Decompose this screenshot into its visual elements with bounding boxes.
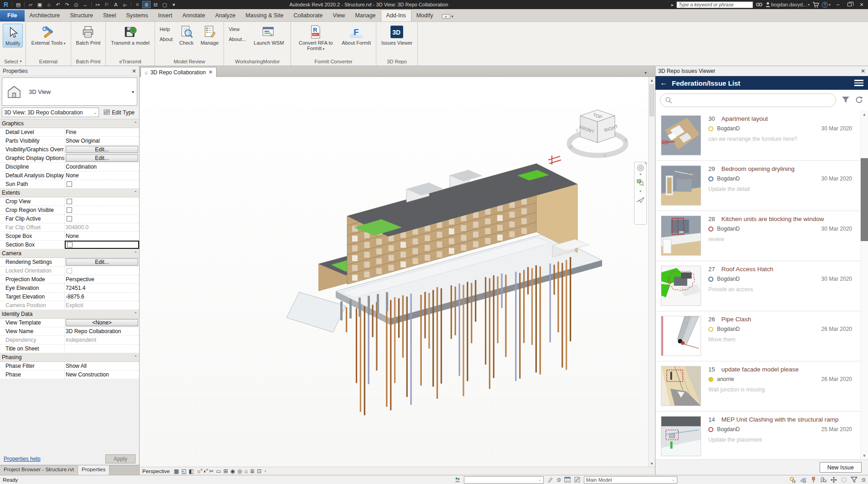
view-tab[interactable]: ⌂ 3D Repo Collaboration ✕ [140, 67, 217, 77]
help-button[interactable]: Help [160, 26, 173, 32]
issues-viewer-button[interactable]: 3DIssues Viewer [379, 24, 415, 46]
design-option-select[interactable]: Main Model⌄ [584, 476, 677, 484]
panel-label[interactable]: External [26, 57, 70, 66]
minimize-button[interactable]: – [833, 1, 842, 8]
property-value[interactable]: Edit... [65, 145, 139, 154]
about-formit-button[interactable]: FAbout FormIt [339, 24, 373, 46]
check-button[interactable]: Check [177, 24, 197, 46]
issue-thumbnail[interactable] [661, 165, 701, 206]
property-value[interactable]: None [65, 232, 139, 240]
checkbox[interactable] [67, 181, 72, 187]
panel-label[interactable]: 3D Repo [376, 57, 417, 66]
tab-structure[interactable]: Structure [65, 10, 98, 21]
batch-print-button[interactable]: Batch Print [74, 24, 103, 46]
panel-label[interactable]: FormIt Converter [291, 57, 376, 66]
tab-architecture[interactable]: Architecture [25, 10, 65, 21]
property-value[interactable]: Perspective [65, 275, 139, 283]
tab-file[interactable]: File [0, 10, 25, 21]
section-header-phasing[interactable]: Phasing⌃ [0, 353, 139, 362]
edit-type-button[interactable]: Edit Type [101, 108, 137, 117]
section-header-extents[interactable]: Extents⌃ [0, 189, 139, 197]
panel-label[interactable]: WorksharingMonitor [224, 57, 291, 66]
property-value[interactable] [65, 180, 139, 188]
property-value[interactable]: Edit... [65, 154, 139, 162]
property-value[interactable]: <None> [65, 319, 139, 327]
issue-thumbnail[interactable] [661, 416, 701, 456]
scrollbar-thumb[interactable] [650, 84, 654, 116]
section-header-camera[interactable]: Camera⌃ [0, 249, 139, 258]
tab-analyze[interactable]: Analyze [210, 10, 240, 21]
select-by-face-icon[interactable] [820, 477, 827, 483]
thin-lines-icon[interactable]: ≣ [142, 1, 151, 8]
default-3d-view-icon[interactable]: ⥢ [121, 1, 129, 8]
property-value[interactable]: Edit... [65, 258, 139, 266]
undo-icon[interactable]: ↶ [54, 1, 62, 8]
chevron-down-icon[interactable]: ▾ [639, 171, 641, 178]
background-processes-icon[interactable] [841, 477, 847, 483]
worksharing-display-icon[interactable]: ◎ [237, 468, 242, 474]
panel-label[interactable]: Batch Print [71, 57, 106, 66]
property-value[interactable]: 72451.4 [65, 284, 139, 292]
tab-view[interactable]: View [328, 10, 350, 21]
open-icon[interactable]: ▱ [26, 1, 35, 8]
crop-region-icon[interactable]: ▭ [216, 468, 221, 474]
ribbon-display-toggle-icon[interactable]: ▴▾ [442, 14, 454, 19]
property-value[interactable] [65, 197, 139, 206]
drag-elements-icon[interactable] [831, 477, 837, 483]
issue-thumbnail[interactable] [661, 216, 701, 256]
property-value[interactable]: -8875.6 [65, 293, 139, 301]
reveal-constraints-icon[interactable]: ⊡ [257, 468, 261, 474]
tab-systems[interactable]: Systems [121, 10, 153, 21]
issue-item-29[interactable]: 29Bedroom opening dryliningBogdanD30 Mar… [655, 161, 860, 211]
property-value[interactable]: New Construction [65, 371, 139, 379]
palette-tab-properties[interactable]: Properties [78, 465, 109, 475]
property-value[interactable] [65, 215, 139, 223]
zoom-region-icon[interactable] [637, 179, 644, 187]
issue-item-30[interactable]: 30Apartment layoutBogdanD30 Mar 2020can … [655, 111, 860, 161]
scroll-down-icon[interactable]: ▼ [861, 452, 868, 459]
property-value[interactable] [65, 345, 139, 353]
issue-item-28[interactable]: 28Kitchen units are blocking the windowB… [655, 211, 860, 261]
section-header-graphics[interactable]: Graphics⌃ [0, 119, 139, 128]
hamburger-menu-icon[interactable] [854, 80, 863, 86]
scroll-up-icon[interactable]: ▲ [649, 77, 655, 83]
property-value[interactable]: 3D Repo Collaboration [65, 327, 139, 335]
displace-elements-icon[interactable]: ≣ [250, 468, 255, 474]
visual-style-icon[interactable]: ◧ [189, 468, 194, 474]
instance-selector[interactable]: 3D View: 3D Repo Collaboration ⌄ [2, 108, 99, 117]
about-button[interactable]: About [160, 36, 173, 42]
issue-list-scrollbar[interactable]: ▲ ▼ [860, 111, 868, 459]
new-issue-button[interactable]: New Issue [820, 462, 862, 473]
steering-wheel-icon[interactable]: ◎ [637, 164, 644, 170]
property-value[interactable]: Explicit [65, 301, 139, 309]
tag-by-category-icon[interactable]: ⚐ [103, 1, 111, 8]
panel-label[interactable]: Model Review [155, 57, 224, 66]
scroll-down-icon[interactable]: ▼ [649, 460, 655, 467]
reveal-hidden-elements-icon[interactable]: ◉ [230, 468, 235, 474]
issue-item-14[interactable]: 14MEP Unit Clashing with the structural … [655, 412, 860, 459]
type-selector[interactable]: 3D View ▾ [2, 77, 137, 106]
issue-thumbnail[interactable] [661, 266, 701, 306]
chevron-down-icon[interactable]: ▾ [639, 188, 641, 195]
tab-add-ins[interactable]: Add-Ins [381, 10, 411, 21]
issue-thumbnail[interactable] [661, 366, 701, 406]
view-scale-label[interactable]: Perspective [142, 469, 170, 474]
modify-button[interactable]: Modify [3, 24, 23, 47]
filter-icon[interactable] [842, 96, 850, 105]
temporary-view-properties-icon[interactable]: ⌂ [244, 468, 248, 474]
model-canvas[interactable]: N E W S TOP FRONT RIGHT ✕ ◎ ▾ [140, 77, 655, 467]
property-edit-button[interactable]: <None> [66, 319, 138, 326]
scroll-up-icon[interactable]: ▲ [861, 111, 868, 118]
crop-view-icon[interactable]: ✂ [209, 468, 213, 474]
revit-logo-icon[interactable]: R [2, 1, 10, 8]
navigation-bar[interactable]: ✕ ◎ ▾ ▾ [634, 162, 647, 225]
temporary-hide-isolate-icon[interactable]: ⊞ [223, 468, 228, 474]
about--button[interactable]: About... [229, 36, 246, 42]
restore-button[interactable] [845, 1, 854, 8]
pan-icon[interactable] [636, 196, 645, 206]
issue-item-15[interactable]: 15update facade model pleaseanorrie26 Ma… [655, 361, 860, 412]
sun-path-icon[interactable]: ☼× [196, 468, 201, 474]
property-value[interactable]: 304800.0 [65, 223, 139, 232]
view-button[interactable]: View [229, 26, 246, 32]
tab-manage[interactable]: Manage [350, 10, 380, 21]
